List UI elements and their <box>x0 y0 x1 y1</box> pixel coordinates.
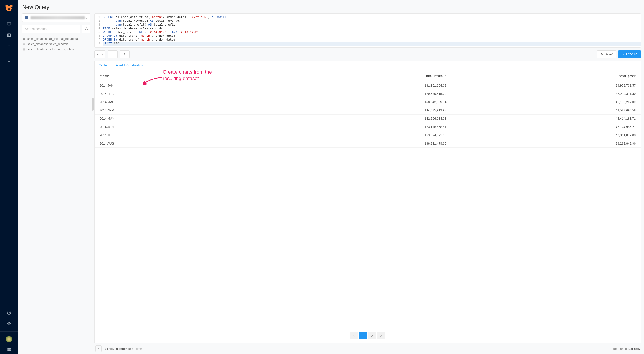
results-tabs: Table + Add Visualization <box>95 61 641 70</box>
svg-point-3 <box>8 7 9 9</box>
schema-table-list: sales_database.ar_internal_metadatasales… <box>22 36 90 52</box>
svg-point-2 <box>10 5 12 7</box>
schema-table-item[interactable]: sales_database.sales_records <box>22 41 90 46</box>
table-row: 2014 JAN131,961,264.6239,953,731.57 <box>95 81 641 90</box>
scrollbar-handle[interactable] <box>92 98 94 110</box>
schema-table-item[interactable]: sales_database.schema_migrations <box>22 46 90 52</box>
rail-divider <box>0 54 18 54</box>
query-panel: 12345678 SELECT to_char(date_trunc('mont… <box>94 13 644 354</box>
user-avatar[interactable] <box>6 336 12 342</box>
pager-prev: < <box>350 332 358 340</box>
chevron-down-icon: ⌄ <box>85 16 88 19</box>
schema-panel: ⌄ sales_database.ar_internal_metadatasal… <box>18 13 94 354</box>
sql-editor[interactable]: 12345678 SELECT to_char(date_trunc('mont… <box>94 13 641 48</box>
pager-next[interactable]: > <box>377 332 385 340</box>
postgres-icon <box>25 16 28 19</box>
svg-rect-12 <box>23 48 25 50</box>
table-row: 2014 JUL153,074,971.6843,841,897.80 <box>95 131 641 139</box>
nav-settings-icon[interactable] <box>0 319 18 330</box>
table-row: 2014 JUN173,178,658.5147,174,985.21 <box>95 123 641 131</box>
format-query-button[interactable] <box>108 50 118 58</box>
nav-queries-icon[interactable] <box>0 29 18 41</box>
pager-page[interactable]: 2 <box>368 332 376 340</box>
execute-button[interactable]: Execute <box>618 50 641 58</box>
plus-icon: + <box>116 63 118 67</box>
results-table: monthtotal_revenuetotal_profit 2014 JAN1… <box>95 70 641 148</box>
table-row: 2014 AUG138.311.479.3538.282.843.96 <box>95 139 641 148</box>
nav-alerts-icon[interactable] <box>0 41 18 52</box>
nav-collapse-icon[interactable] <box>0 345 18 354</box>
svg-rect-11 <box>23 43 25 45</box>
nav-dashboards-icon[interactable] <box>0 18 18 29</box>
datasource-select[interactable]: ⌄ <box>22 13 90 22</box>
results-footer: ⋮ 36 rows 0 seconds runtime Refreshed ju… <box>94 343 641 354</box>
svg-point-1 <box>5 5 8 7</box>
pager-page[interactable]: 1 <box>360 332 367 340</box>
row-count: 36 <box>105 347 108 351</box>
refreshed-time: just now <box>628 347 640 351</box>
page-header: New Query <box>18 0 644 13</box>
datasource-name-blurred <box>31 16 85 19</box>
schema-table-item[interactable]: sales_database.ar_internal_metadata <box>22 36 90 41</box>
query-params-button[interactable]: {{ }} <box>94 50 106 58</box>
table-row: 2014 MAY142,526,084.0844,414,183.71 <box>95 115 641 123</box>
save-button[interactable]: Save* <box>597 50 616 58</box>
schema-search-input[interactable] <box>22 25 80 33</box>
page-title: New Query <box>22 4 640 10</box>
svg-rect-10 <box>23 38 25 40</box>
svg-point-5 <box>8 9 10 10</box>
nav-create-icon[interactable] <box>0 56 18 67</box>
svg-rect-6 <box>8 22 11 25</box>
table-row: 2014 APR144,635,912.9843,583,690.58 <box>95 106 641 115</box>
editor-toolbar: {{ }} Save* Execute <box>94 50 641 58</box>
column-header[interactable]: total_profit <box>451 70 641 81</box>
add-viz-label: Add Visualization <box>119 63 143 67</box>
autocomplete-button[interactable] <box>120 50 130 58</box>
column-header[interactable]: total_revenue <box>251 70 452 81</box>
pagination: <12> <box>95 329 641 343</box>
execute-label: Execute <box>626 52 637 56</box>
footer-menu-button[interactable]: ⋮ <box>96 346 102 352</box>
app-logo[interactable] <box>5 4 13 12</box>
table-row: 2014 FEB170,679,415.7947,213,311.30 <box>95 90 641 98</box>
svg-point-4 <box>10 7 10 9</box>
left-rail <box>0 0 18 354</box>
results-panel: Table + Add Visualization monthtotal_rev… <box>94 61 641 343</box>
nav-help-icon[interactable] <box>0 307 18 319</box>
column-header[interactable]: month <box>95 70 251 81</box>
tab-table[interactable]: Table <box>95 61 111 70</box>
schema-refresh-button[interactable] <box>82 25 90 33</box>
save-label: Save* <box>605 52 613 56</box>
table-row: 2014 MAR158,642,609.9446,132,267.09 <box>95 98 641 106</box>
tab-add-visualization[interactable]: + Add Visualization <box>111 61 147 70</box>
runtime-value: 0 seconds <box>116 347 131 351</box>
